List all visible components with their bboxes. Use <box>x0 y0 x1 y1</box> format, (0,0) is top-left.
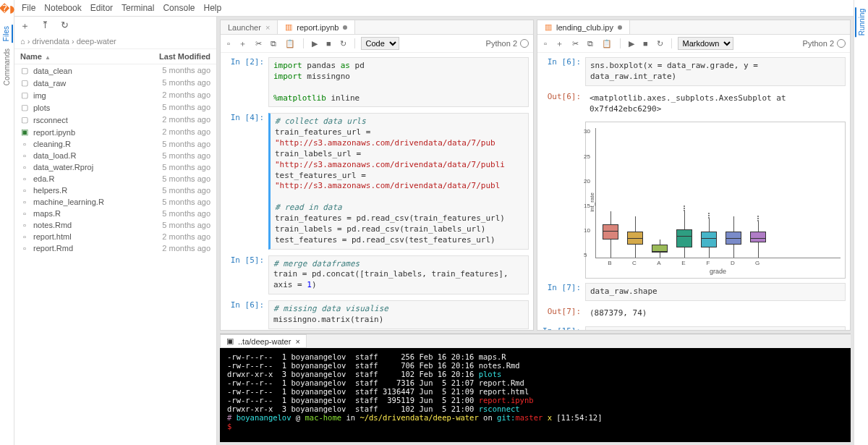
list-item[interactable]: machine_learning.R5 months ago <box>14 196 216 208</box>
file-name: report.html <box>33 232 72 241</box>
tab-launcher[interactable]: Launcher × <box>221 20 278 34</box>
file-icon <box>20 232 29 241</box>
copy-button[interactable]: ⧉ <box>585 38 595 49</box>
file-name: data_water.Rproj <box>33 163 93 171</box>
refresh-button[interactable]: ↻ <box>61 20 69 33</box>
commands-tab[interactable]: Commands <box>1 47 12 87</box>
run-button[interactable]: ▶ <box>310 38 320 49</box>
file-modified: 5 months ago <box>162 221 210 229</box>
cell-code[interactable]: data_raw.shape <box>585 283 846 301</box>
prompt: In [2]: <box>225 57 268 107</box>
kernel-name[interactable]: Python 2 <box>803 39 834 48</box>
cell-code[interactable]: import pandas as pd import missingno %ma… <box>268 57 529 107</box>
crumb-deep-water[interactable]: deep-water <box>77 37 116 46</box>
tab-lending[interactable]: ▥ lending_club.ipy <box>537 20 630 34</box>
file-modified: 5 months ago <box>162 174 210 183</box>
cell-type-select[interactable]: Code <box>361 37 399 50</box>
cell-output: <matplotlib.axes._subplots.AxesSubplot a… <box>585 92 846 116</box>
cut-button[interactable]: ✂ <box>570 38 581 49</box>
list-item[interactable]: rsconnect2 months ago <box>14 114 216 126</box>
nb-toolbar-left: ▫ ＋ ✂ ⧉ 📋 ▶ ■ ↻ Code Python 2 <box>221 35 533 53</box>
new-button[interactable]: ＋ <box>20 20 30 33</box>
menu-terminal[interactable]: Terminal <box>122 3 154 13</box>
menu-notebook[interactable]: Notebook <box>44 3 81 13</box>
list-item[interactable]: cleaning.R5 months ago <box>14 138 216 150</box>
list-item[interactable]: helpers.R5 months ago <box>14 185 216 196</box>
list-item[interactable]: data_raw5 months ago <box>14 77 216 89</box>
tab-lending-label: lending_club.ipy <box>556 23 613 32</box>
cell-type-select[interactable]: Markdown <box>678 37 733 50</box>
list-item[interactable]: data_water.Rproj5 months ago <box>14 161 216 173</box>
list-item[interactable]: plots5 months ago <box>14 101 216 114</box>
add-cell-button[interactable]: ＋ <box>553 38 566 50</box>
save-button[interactable]: ▫ <box>225 38 232 48</box>
file-modified: 2 months ago <box>162 244 210 253</box>
cell-code[interactable]: # missing data visualise missingno.matri… <box>268 300 529 329</box>
close-icon[interactable]: × <box>295 337 299 346</box>
cell-code[interactable]: # collect data urls train_features_url =… <box>268 113 529 249</box>
running-tab[interactable]: Running <box>855 7 867 37</box>
cell-code[interactable]: sns.distplot(data_raw['loan_amnt']); <box>585 326 846 330</box>
list-item[interactable]: notes.Rmd5 months ago <box>14 219 216 231</box>
stop-button[interactable]: ■ <box>324 38 333 48</box>
restart-button[interactable]: ↻ <box>655 38 665 49</box>
file-name: eda.R <box>33 174 54 183</box>
list-item[interactable]: data_clean5 months ago <box>14 64 216 77</box>
add-cell-button[interactable]: ＋ <box>237 38 249 50</box>
run-button[interactable]: ▶ <box>626 38 637 49</box>
paste-button[interactable]: 📋 <box>600 38 614 49</box>
col-modified[interactable]: Last Modified <box>159 52 210 61</box>
paste-button[interactable]: 📋 <box>283 38 297 49</box>
crumb-drivendata[interactable]: drivendata <box>32 37 69 46</box>
file-name: data_load.R <box>33 151 76 160</box>
dirty-dot-icon <box>343 25 347 30</box>
breadcrumb[interactable]: ⌂ › drivendata › deep-water <box>14 35 216 49</box>
copy-button[interactable]: ⧉ <box>268 38 278 49</box>
terminal-icon: ▣ <box>226 336 234 346</box>
menu-file[interactable]: File <box>22 3 35 13</box>
list-item[interactable]: report.html2 months ago <box>14 231 216 242</box>
col-name[interactable]: Name <box>20 52 51 61</box>
panel-lending: ▥ lending_club.ipy ▫ ＋ ✂ ⧉ 📋 <box>537 20 851 331</box>
terminal-tab[interactable]: ▣ ..ta/deep-water × <box>220 334 307 348</box>
stop-button[interactable]: ■ <box>641 38 650 48</box>
home-icon[interactable]: ⌂ <box>20 37 25 46</box>
list-item[interactable]: eda.R5 months ago <box>14 173 216 185</box>
file-browser: ＋ ⤒ ↻ ⌂ › drivendata › deep-water Name L… <box>14 17 217 445</box>
upload-button[interactable]: ⤒ <box>41 20 49 33</box>
tab-report-label: report.ipynb <box>297 23 339 32</box>
file-name: machine_learning.R <box>33 198 104 206</box>
terminal-body[interactable]: -rw-r--r-- 1 boyanangelov staff 256 Feb … <box>220 348 851 442</box>
menu-console[interactable]: Console <box>163 3 195 13</box>
file-icon <box>20 186 29 195</box>
fb-toolbar: ＋ ⤒ ↻ <box>14 17 216 35</box>
cell-code[interactable]: sns.boxplot(x = data_raw.grade, y = data… <box>585 57 846 86</box>
list-item[interactable]: report.Rmd2 months ago <box>14 242 216 254</box>
cell-code[interactable]: # merge dataframes train = pd.concat([tr… <box>268 255 529 295</box>
menu-help[interactable]: Help <box>203 3 221 13</box>
list-item[interactable]: report.ipynb2 months ago <box>14 126 216 138</box>
tab-report[interactable]: ▥ report.ipynb <box>278 20 355 34</box>
file-name: data_clean <box>33 67 72 75</box>
list-item[interactable]: maps.R5 months ago <box>14 208 216 219</box>
kernel-name[interactable]: Python 2 <box>486 39 517 48</box>
restart-button[interactable]: ↻ <box>338 38 349 49</box>
file-modified: 5 months ago <box>162 78 210 88</box>
close-icon[interactable]: × <box>265 23 270 32</box>
file-modified: 2 months ago <box>162 115 210 124</box>
menu-editor[interactable]: Editor <box>90 3 113 13</box>
save-button[interactable]: ▫ <box>542 38 549 48</box>
file-icon <box>20 174 29 183</box>
folder-icon <box>20 66 29 75</box>
file-name: rsconnect <box>33 116 68 124</box>
file-modified: 5 months ago <box>162 140 210 148</box>
cells-right: In [6]: sns.boxplot(x = data_raw.grade, … <box>537 53 850 330</box>
list-item[interactable]: data_load.R5 months ago <box>14 150 216 161</box>
files-tab[interactable]: Files <box>1 25 13 43</box>
prompt-out: Out[6]: <box>542 92 585 116</box>
left-sidebar: �◗ Files Commands <box>0 0 14 445</box>
fb-header[interactable]: Name Last Modified <box>14 49 216 64</box>
file-modified: 5 months ago <box>162 66 210 75</box>
list-item[interactable]: img2 months ago <box>14 89 216 101</box>
cut-button[interactable]: ✂ <box>253 38 264 49</box>
